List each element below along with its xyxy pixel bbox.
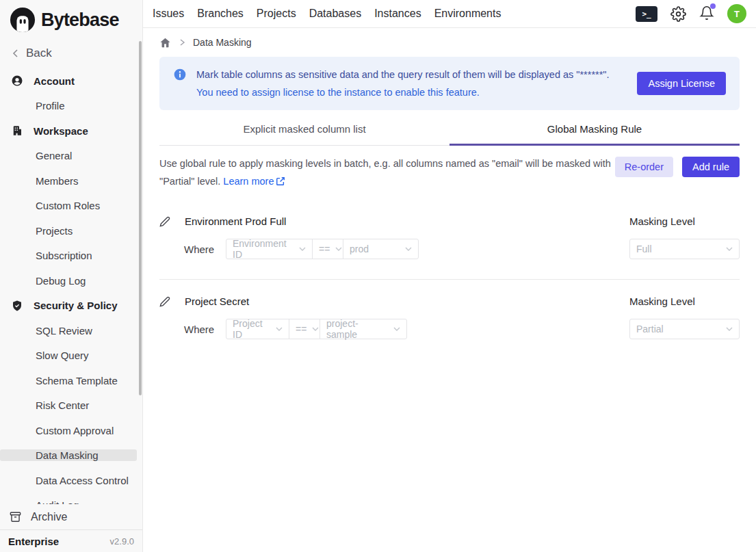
condition-field-select[interactable]: Project ID xyxy=(226,319,289,339)
condition-value: project-sample xyxy=(326,318,388,340)
sidebar-section-account: Account xyxy=(0,68,142,94)
condition-group: Project ID == project-sample xyxy=(226,319,407,339)
where-label: Where xyxy=(184,244,226,255)
sidebar-item-subscription[interactable]: Subscription xyxy=(0,250,92,261)
sql-editor-icon[interactable]: >_ xyxy=(636,6,657,22)
building-icon xyxy=(11,124,23,137)
condition-group: Environment ID == prod xyxy=(226,239,419,259)
main-content: Data Masking Mark table columns as sensi… xyxy=(143,28,756,552)
brand-name: Bytebase xyxy=(41,10,119,31)
masking-rules-list: Environment Prod Full Masking Level Wher… xyxy=(159,215,740,359)
home-icon[interactable] xyxy=(159,37,171,49)
sidebar-item-debug-log[interactable]: Debug Log xyxy=(0,275,86,287)
masking-level-select[interactable]: Full xyxy=(629,239,740,259)
condition-operator-value: == xyxy=(296,324,307,334)
where-label: Where xyxy=(184,324,226,335)
user-icon xyxy=(11,75,23,87)
chevron-right-icon xyxy=(179,39,185,46)
reorder-button[interactable]: Re-order xyxy=(615,157,673,177)
assign-license-button[interactable]: Assign License xyxy=(637,72,726,95)
masking-level-value: Partial xyxy=(636,324,664,334)
nav-links: Issues Branches Projects Databases Insta… xyxy=(153,8,501,20)
condition-field-value: Project ID xyxy=(233,318,270,340)
plan-bar: Enterprise v2.9.0 xyxy=(0,529,142,552)
notification-dot xyxy=(710,3,716,9)
sidebar: Bytebase Back Account Profile Workspace … xyxy=(0,0,143,552)
plan-label: Enterprise xyxy=(8,536,59,547)
archive-icon xyxy=(9,510,22,523)
nav-item-instances[interactable]: Instances xyxy=(374,8,421,20)
notification-bell[interactable] xyxy=(699,5,714,23)
masking-level-select[interactable]: Partial xyxy=(629,319,740,339)
banner-message: Mark table columns as sensitive data and… xyxy=(196,66,626,83)
nav-icons: >_ T xyxy=(636,4,746,23)
sidebar-scrollbar[interactable] xyxy=(139,41,142,395)
sidebar-item-members[interactable]: Members xyxy=(0,175,79,187)
sidebar-item-slow-query[interactable]: Slow Query xyxy=(0,350,89,361)
sidebar-item-profile[interactable]: Profile xyxy=(0,100,65,111)
top-navbar: Issues Branches Projects Databases Insta… xyxy=(143,0,756,28)
nav-item-projects[interactable]: Projects xyxy=(257,8,296,20)
tab-global-masking-rule[interactable]: Global Masking Rule xyxy=(449,123,740,146)
add-rule-button[interactable]: Add rule xyxy=(682,157,740,177)
rule-title: Environment Prod Full xyxy=(185,215,286,227)
back-button[interactable]: Back xyxy=(0,37,142,64)
tab-explicit-masked-column-list[interactable]: Explicit masked column list xyxy=(159,123,449,146)
condition-value-select[interactable]: project-sample xyxy=(320,319,407,339)
gear-icon[interactable] xyxy=(670,6,686,22)
sidebar-item-data-access-control[interactable]: Data Access Control xyxy=(0,475,129,486)
chevron-down-icon xyxy=(726,327,733,331)
breadcrumb: Data Masking xyxy=(159,29,740,56)
section-label: Account xyxy=(34,75,75,87)
info-banner: Mark table columns as sensitive data and… xyxy=(159,57,740,110)
nav-item-databases[interactable]: Databases xyxy=(309,8,362,20)
sidebar-section-security-policy: Security & Policy xyxy=(0,293,142,319)
shield-icon xyxy=(11,300,23,312)
bytebase-logo-icon xyxy=(10,7,36,33)
condition-operator-select[interactable]: == xyxy=(312,239,343,259)
sidebar-section-workspace: Workspace xyxy=(0,118,142,144)
masking-rule-card: Project Secret Masking Level Where Proje… xyxy=(159,279,740,359)
sidebar-item-custom-roles[interactable]: Custom Roles xyxy=(0,200,100,211)
condition-operator-value: == xyxy=(319,244,330,254)
nav-item-environments[interactable]: Environments xyxy=(434,8,501,20)
brand-logo[interactable]: Bytebase xyxy=(0,0,142,37)
sidebar-item-risk-center[interactable]: Risk Center xyxy=(0,399,89,411)
edit-pencil-icon[interactable] xyxy=(159,296,170,307)
avatar[interactable]: T xyxy=(727,4,746,23)
nav-item-issues[interactable]: Issues xyxy=(153,8,184,20)
condition-field-select[interactable]: Environment ID xyxy=(226,239,313,259)
external-link-icon xyxy=(276,176,285,186)
chevron-down-icon xyxy=(405,247,412,251)
edit-pencil-icon[interactable] xyxy=(159,216,170,227)
sidebar-nav: Account Profile Workspace General Member… xyxy=(0,64,142,518)
chevron-left-icon xyxy=(11,49,21,58)
rule-title: Project Secret xyxy=(185,295,249,307)
learn-more-link[interactable]: Learn more xyxy=(223,176,285,187)
nav-item-branches[interactable]: Branches xyxy=(197,8,244,20)
version-label: v2.9.0 xyxy=(110,536,134,547)
condition-value-select[interactable]: prod xyxy=(343,239,419,259)
condition-field-value: Environment ID xyxy=(233,238,294,260)
archive-label: Archive xyxy=(31,511,67,523)
chevron-down-icon xyxy=(299,247,306,251)
back-label: Back xyxy=(26,47,52,60)
sidebar-item-sql-review[interactable]: SQL Review xyxy=(0,325,92,337)
chevron-down-icon xyxy=(726,247,733,251)
sidebar-item-general[interactable]: General xyxy=(0,150,72,161)
banner-text: Mark table columns as sensitive data and… xyxy=(196,66,626,101)
masking-level-value: Full xyxy=(636,244,652,254)
sidebar-footer: Archive Enterprise v2.9.0 xyxy=(0,504,142,552)
chevron-down-icon xyxy=(276,327,283,331)
info-icon xyxy=(173,68,187,81)
masking-rule-card: Environment Prod Full Masking Level Wher… xyxy=(159,215,740,279)
sidebar-item-schema-template[interactable]: Schema Template xyxy=(0,375,118,386)
sidebar-item-archive[interactable]: Archive xyxy=(0,504,142,529)
masking-level-label: Masking Level xyxy=(629,215,740,227)
condition-operator-select[interactable]: == xyxy=(289,319,320,339)
sidebar-item-data-masking[interactable]: Data Masking xyxy=(0,449,137,461)
sidebar-item-projects[interactable]: Projects xyxy=(0,225,73,237)
learn-more-label: Learn more xyxy=(223,176,274,187)
rule-section-header: Use global rule to apply masking levels … xyxy=(159,155,740,190)
sidebar-item-custom-approval[interactable]: Custom Approval xyxy=(0,425,114,436)
